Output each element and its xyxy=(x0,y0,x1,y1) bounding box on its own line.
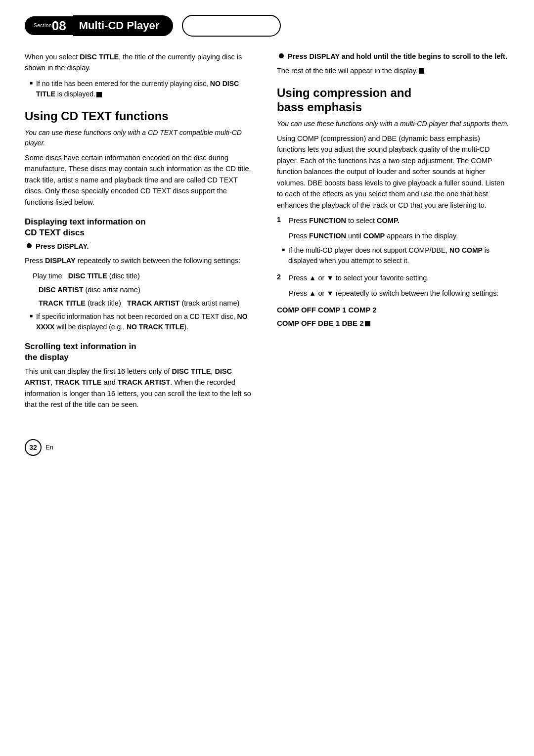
compression-heading: Using compression andbass emphasis xyxy=(277,86,509,115)
cd-text-italic: You can use these functions only with a … xyxy=(25,128,257,148)
displaying-bullet2-text: If specific information has not been rec… xyxy=(36,311,257,332)
section-title-box: Multi-CD Player xyxy=(73,15,174,36)
step1-bullet-text: If the multi-CD player does not support … xyxy=(288,245,509,266)
step1-body: Press FUNCTION until COMP appears in the… xyxy=(277,230,509,241)
section-badge: Section 08 xyxy=(25,16,73,35)
step2-body: Press ▲ or ▼ repeatedly to switch betwee… xyxy=(277,288,509,299)
compression-italic: You can use these functions only with a … xyxy=(277,119,509,129)
square-bullet-icon2: ■ xyxy=(30,313,33,318)
scrolling-heading: Scrolling text information inthe display xyxy=(25,341,257,363)
col-left: When you select DISC TITLE, the title of… xyxy=(25,51,257,414)
page: Section 08 Multi-CD Player When you sele… xyxy=(0,0,534,756)
section-title: Multi-CD Player xyxy=(79,19,160,32)
circle-bullet-icon xyxy=(27,243,32,248)
press-display-hold-body: The rest of the title will appear in the… xyxy=(277,65,509,76)
section-label: Section xyxy=(34,23,52,28)
displaying-body1: Press DISPLAY repeatedly to switch betwe… xyxy=(25,255,257,266)
end-mark xyxy=(96,92,102,97)
play-time-block: Play time DISC TITLE (disc title) xyxy=(25,270,257,282)
displaying-heading: Displaying text information onCD TEXT di… xyxy=(25,217,257,238)
step2-heading: Press ▲ or ▼ to select your favorite set… xyxy=(289,273,429,284)
page-number: 32 xyxy=(25,439,42,456)
track-title-block: TRACK TITLE (track title) TRACK ARTIST (… xyxy=(25,298,257,309)
cd-text-heading: Using CD TEXT functions xyxy=(25,109,257,124)
scrolling-body: This unit can display the first 16 lette… xyxy=(25,366,257,410)
square-bullet-icon3: ■ xyxy=(282,247,285,252)
footer-language: En xyxy=(45,444,53,451)
columns: When you select DISC TITLE, the title of… xyxy=(25,51,509,414)
circle-bullet-icon2 xyxy=(279,53,284,58)
step2: 2 Press ▲ or ▼ to select your favorite s… xyxy=(277,273,509,284)
step1-bullet: ■ If the multi-CD player does not suppor… xyxy=(277,245,509,266)
step1: 1 Press FUNCTION to select COMP. xyxy=(277,216,509,226)
footer: 32 En xyxy=(25,434,509,456)
disc-artist-block: DISC ARTIST (disc artist name) xyxy=(25,284,257,296)
comp-settings: COMP OFF COMP 1 COMP 2 COMP OFF DBE 1 DB… xyxy=(277,303,509,330)
section-number: 08 xyxy=(52,19,66,32)
compression-body: Using COMP (compression) and DBE (dynami… xyxy=(277,133,509,211)
step1-heading: Press FUNCTION to select COMP. xyxy=(289,216,400,226)
comp-settings-line1: COMP OFF COMP 1 COMP 2 xyxy=(277,303,509,316)
press-display-hold-bullet: Press DISPLAY and hold until the title b… xyxy=(277,51,509,62)
press-display-bullet: Press DISPLAY. xyxy=(25,241,257,252)
cd-text-body: Some discs have certain information enco… xyxy=(25,152,257,208)
intro-bullet1-text: If no title has been entered for the cur… xyxy=(36,79,257,99)
square-bullet-icon: ■ xyxy=(30,80,33,86)
comp-settings-line2: COMP OFF DBE 1 DBE 2 xyxy=(277,316,509,330)
intro-para1: When you select DISC TITLE, the title of… xyxy=(25,51,257,74)
col-right: Press DISPLAY and hold until the title b… xyxy=(277,51,509,414)
end-mark3 xyxy=(365,321,370,326)
press-display-hold-label: Press DISPLAY and hold until the title b… xyxy=(288,51,507,62)
intro-bullet1: ■ If no title has been entered for the c… xyxy=(25,79,257,99)
displaying-bullet2: ■ If specific information has not been r… xyxy=(25,311,257,332)
header-right-box xyxy=(182,15,281,37)
step1-num: 1 xyxy=(277,216,284,223)
end-mark2 xyxy=(419,68,424,74)
press-display-label: Press DISPLAY. xyxy=(36,241,89,252)
step2-num: 2 xyxy=(277,273,284,281)
header: Section 08 Multi-CD Player xyxy=(25,15,509,37)
